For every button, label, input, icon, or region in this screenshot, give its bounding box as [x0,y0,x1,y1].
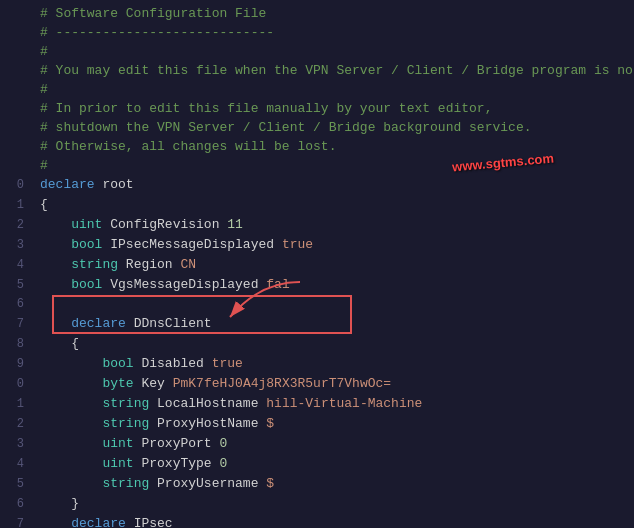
table-row: # In prior to edit this file manually by… [0,99,634,118]
line-content: declare IPsec [32,514,634,528]
line-number: 3 [0,236,32,255]
line-content: string Region CN [32,255,634,274]
table-row: 2 uint ConfigRevision 11 [0,215,634,235]
line-number: 4 [0,256,32,275]
line-content: uint ProxyPort 0 [32,434,634,453]
line-number: 1 [0,196,32,215]
line-number: 6 [0,295,32,314]
line-number: 5 [0,276,32,295]
line-content: declare DDnsClient [32,314,634,333]
line-content: { [32,334,634,353]
table-row: 8 { [0,334,634,354]
table-row: 5 string ProxyUsername $ [0,474,634,494]
line-content: } [32,494,634,513]
line-number: 0 [0,176,32,195]
line-content: uint ProxyType 0 [32,454,634,473]
table-row: # [0,42,634,61]
line-content: string LocalHostname hill-Virtual-Machin… [32,394,634,413]
table-row: 9 bool Disabled true [0,354,634,374]
line-content: # [32,42,634,61]
line-content: bool Disabled true [32,354,634,373]
line-content: # Software Configuration File [32,4,634,23]
table-row: # [0,80,634,99]
line-number: 6 [0,495,32,514]
line-content: # ---------------------------- [32,23,634,42]
line-number: 7 [0,515,32,528]
line-number: 4 [0,455,32,474]
table-row: 1 string LocalHostname hill-Virtual-Mach… [0,394,634,414]
table-row: 0declare root [0,175,634,195]
line-number: 3 [0,435,32,454]
table-row: 1{ [0,195,634,215]
line-content: # shutdown the VPN Server / Client / Bri… [32,118,634,137]
line-number: 2 [0,216,32,235]
line-content: { [32,195,634,214]
line-number: 5 [0,475,32,494]
table-row: # You may edit this file when the VPN Se… [0,61,634,80]
table-row: 6 } [0,494,634,514]
line-content: bool IPsecMessageDisplayed true [32,235,634,254]
line-content: # In prior to edit this file manually by… [32,99,634,118]
table-row: 7 declare IPsec [0,514,634,528]
table-row: 4 string Region CN [0,255,634,275]
table-row: 3 uint ProxyPort 0 [0,434,634,454]
table-row: 5 bool VgsMessageDisplayed fal [0,275,634,295]
table-row: 3 bool IPsecMessageDisplayed true [0,235,634,255]
table-row: 7 declare DDnsClient [0,314,634,334]
line-content: # You may edit this file when the VPN Se… [32,61,634,80]
table-row: 0 byte Key PmK7feHJ0A4j8RX3R5urT7VhwOc= [0,374,634,394]
line-content: # [32,80,634,99]
line-content: uint ConfigRevision 11 [32,215,634,234]
table-row: 2 string ProxyHostName $ [0,414,634,434]
line-number: 7 [0,315,32,334]
table-row: # ---------------------------- [0,23,634,42]
line-content: string ProxyUsername $ [32,474,634,493]
line-number: 2 [0,415,32,434]
table-row: # shutdown the VPN Server / Client / Bri… [0,118,634,137]
line-number: 9 [0,355,32,374]
line-number: 1 [0,395,32,414]
code-editor: # Software Configuration File# ---------… [0,0,634,528]
table-row: 6 [0,295,634,314]
table-row: # Software Configuration File [0,4,634,23]
line-content: byte Key PmK7feHJ0A4j8RX3R5urT7VhwOc= [32,374,634,393]
line-number: 8 [0,335,32,354]
line-content: bool VgsMessageDisplayed fal [32,275,634,294]
line-content: string ProxyHostName $ [32,414,634,433]
line-number: 0 [0,375,32,394]
line-content: declare root [32,175,634,194]
table-row: 4 uint ProxyType 0 [0,454,634,474]
code-lines: # Software Configuration File# ---------… [0,4,634,528]
